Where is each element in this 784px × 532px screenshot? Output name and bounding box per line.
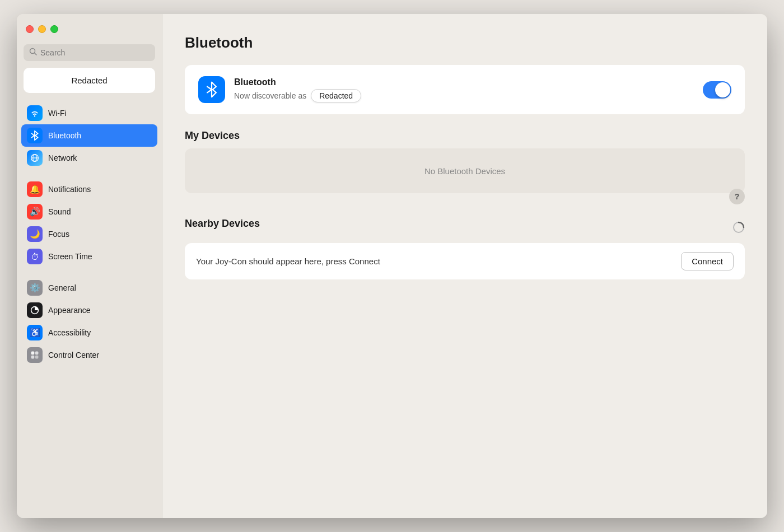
screentime-icon: ⏱ [27, 249, 43, 264]
sidebar-item-label-bluetooth: Bluetooth [48, 131, 81, 140]
sidebar-item-label-wifi: Wi-Fi [48, 109, 67, 118]
search-container [17, 44, 162, 68]
minimize-button[interactable] [38, 25, 46, 33]
wifi-icon [27, 105, 43, 121]
sidebar-item-focus[interactable]: 🌙 Focus [21, 223, 157, 245]
sidebar-nav: Wi-Fi Bluetooth [17, 102, 162, 511]
sidebar-item-general[interactable]: ⚙️ General [21, 277, 157, 299]
bluetooth-sidebar-icon [27, 128, 43, 143]
bluetooth-discoverable-row: Now discoverable as Redacted [234, 89, 694, 102]
my-devices-section: My Devices No Bluetooth Devices ? [185, 130, 745, 193]
my-devices-title: My Devices [185, 130, 745, 142]
sidebar-item-label-focus: Focus [48, 230, 69, 239]
bluetooth-info-title: Bluetooth [234, 77, 694, 87]
help-icon: ? [735, 192, 740, 201]
sidebar-item-label-appearance: Appearance [48, 306, 91, 315]
device-name-badge: Redacted [311, 89, 361, 102]
sidebar-item-appearance[interactable]: Appearance [21, 299, 157, 321]
sidebar-section-system: ⚙️ General Appearance ♿ [21, 277, 157, 366]
sidebar-item-label-general: General [48, 283, 76, 292]
sidebar-item-notifications[interactable]: 🔔 Notifications [21, 178, 157, 200]
sidebar-item-label-sound: Sound [48, 207, 71, 216]
appearance-icon [27, 302, 43, 318]
sidebar-item-label-network: Network [48, 153, 77, 162]
sidebar-item-label-screentime: Screen Time [48, 252, 92, 261]
traffic-lights [17, 23, 162, 44]
sidebar-section-notifications: 🔔 Notifications 🔊 Sound 🌙 Focus [21, 178, 157, 268]
help-button[interactable]: ? [729, 189, 745, 204]
sidebar-item-screentime[interactable]: ⏱ Screen Time [21, 245, 157, 268]
search-box[interactable] [24, 44, 155, 61]
notifications-icon: 🔔 [27, 181, 43, 197]
sidebar-section-network: Wi-Fi Bluetooth [21, 102, 157, 169]
sidebar: Redacted Wi-Fi [17, 14, 162, 518]
sidebar-item-bluetooth[interactable]: Bluetooth [21, 124, 157, 147]
sidebar-item-network[interactable]: Network [21, 147, 157, 169]
profile-card[interactable]: Redacted [24, 68, 155, 93]
sidebar-item-controlcenter[interactable]: Control Center [21, 344, 157, 366]
sound-icon: 🔊 [27, 204, 43, 220]
search-icon [29, 48, 37, 58]
discoverable-label: Now discoverable as [234, 91, 306, 100]
loading-spinner [732, 221, 745, 234]
toggle-thumb [715, 82, 730, 97]
nearby-header: Nearby Devices [185, 218, 745, 236]
sidebar-item-label-accessibility: Accessibility [48, 328, 91, 337]
sidebar-item-label-controlcenter: Control Center [48, 351, 99, 360]
connect-label: Connect [692, 256, 723, 266]
maximize-button[interactable] [50, 25, 58, 33]
sidebar-item-accessibility[interactable]: ♿ Accessibility [21, 321, 157, 344]
svg-rect-8 [31, 356, 35, 359]
controlcenter-icon [27, 347, 43, 363]
sidebar-item-sound[interactable]: 🔊 Sound [21, 200, 157, 223]
svg-rect-6 [31, 352, 35, 355]
no-devices-label: No Bluetooth Devices [424, 166, 505, 176]
sidebar-item-label-notifications: Notifications [48, 185, 91, 194]
joycon-text: Your Joy-Con should appear here, press C… [196, 256, 380, 266]
joycon-card: Your Joy-Con should appear here, press C… [185, 243, 745, 279]
svg-line-1 [35, 53, 37, 55]
accessibility-icon: ♿ [27, 325, 43, 340]
svg-rect-7 [35, 352, 39, 355]
bluetooth-info: Bluetooth Now discoverable as Redacted [234, 77, 694, 102]
general-icon: ⚙️ [27, 280, 43, 296]
connect-button[interactable]: Connect [681, 252, 734, 270]
my-devices-card: No Bluetooth Devices ? [185, 148, 745, 193]
close-button[interactable] [26, 25, 34, 33]
bluetooth-header-card: Bluetooth Now discoverable as Redacted [185, 65, 745, 114]
page-title: Bluetooth [185, 34, 745, 52]
sidebar-item-wifi[interactable]: Wi-Fi [21, 102, 157, 124]
system-settings-window: Redacted Wi-Fi [17, 14, 767, 518]
bluetooth-large-icon [198, 76, 225, 103]
main-content: Bluetooth Bluetooth Now discoverable as … [162, 14, 767, 518]
nearby-devices-title: Nearby Devices [185, 218, 260, 230]
network-icon [27, 150, 43, 166]
nearby-devices-section: Nearby Devices Your Joy-Con should appea… [185, 218, 745, 279]
bluetooth-toggle[interactable] [703, 81, 731, 99]
search-input[interactable] [40, 48, 150, 57]
focus-icon: 🌙 [27, 226, 43, 242]
svg-rect-9 [35, 356, 39, 359]
profile-name: Redacted [32, 76, 146, 85]
